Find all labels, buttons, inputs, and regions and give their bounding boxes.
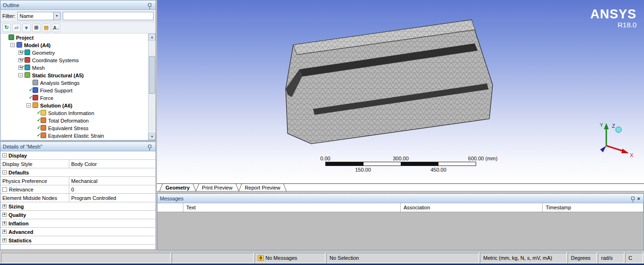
details-label-cell: +Quality <box>0 211 156 219</box>
scroll-up-icon[interactable]: ▲ <box>149 33 156 41</box>
tree-item-equivalent-elastic-strain[interactable]: ✓Equivalent Elastic Strain <box>0 132 148 139</box>
tree-item-solution-a6[interactable]: -Solution (A6) <box>0 101 148 109</box>
ruler-segment <box>401 162 438 166</box>
details-label-text: Display Style <box>2 161 33 167</box>
tree-item-model-a4[interactable]: -Model (A4) <box>0 41 148 49</box>
details-label-text: Statistics <box>8 238 32 243</box>
details-row-display-style[interactable]: Display StyleBody Color <box>0 160 156 168</box>
static-icon <box>25 72 30 78</box>
details-label-text: Physics Preference <box>2 178 47 184</box>
tree-item-total-deformation[interactable]: ✓Total Deformation <box>0 116 148 124</box>
meshed-body[interactable] <box>286 20 493 144</box>
checkmark-icon: ✓ <box>21 57 25 62</box>
pin-icon[interactable] <box>148 145 151 148</box>
details-label-cell: -Defaults <box>0 168 156 176</box>
mesh-icon: ✓ <box>25 65 30 70</box>
filter-name-dropdown[interactable]: Name ▼ <box>17 12 61 20</box>
orientation-triad[interactable]: Y Z X <box>593 116 636 159</box>
details-row-element-midside-nodes[interactable]: Element Midside NodesProgram Controlled <box>0 194 156 202</box>
filter-input[interactable] <box>63 12 154 20</box>
tree-item-analysis-settings[interactable]: Analysis Settings <box>0 79 148 86</box>
pin-icon[interactable] <box>631 197 635 200</box>
expand-all-icon[interactable]: ⊞ <box>32 24 41 32</box>
details-value-cell[interactable]: Body Color <box>69 160 156 168</box>
filter-tree-icon[interactable]: ▼ <box>22 24 31 32</box>
details-row-inflation[interactable]: +Inflation <box>0 219 156 228</box>
expand-icon[interactable]: + <box>2 221 7 225</box>
details-row-display[interactable]: -Display <box>0 151 156 160</box>
close-icon[interactable]: × <box>636 196 641 201</box>
messages-column-text[interactable]: Text <box>183 203 401 212</box>
collapse-icon[interactable]: - <box>18 73 23 77</box>
statusbar-messages: 0No Messages <box>255 253 325 263</box>
chevron-down-icon[interactable]: ▼ <box>53 12 60 20</box>
expand-icon[interactable]: + <box>2 238 7 242</box>
pin-icon[interactable] <box>148 3 151 7</box>
ansys-logo: ANSYS R18.0 <box>590 8 636 29</box>
x-axis-arrow <box>621 149 629 153</box>
details-label-cell: +Inflation <box>0 219 156 227</box>
graphics-viewport[interactable]: ANSYS R18.0 0.00300.00600.00 (mm)150.004… <box>157 0 644 183</box>
sort-az-icon[interactable]: A↓ <box>52 24 60 32</box>
expand-icon[interactable]: + <box>2 230 7 234</box>
tree-item-label: Equivalent Elastic Strain <box>48 132 104 139</box>
details-value-cell[interactable]: 0 <box>69 185 156 193</box>
tree-item-mesh[interactable]: +✓Mesh <box>0 64 148 71</box>
tree-item-fixed-support[interactable]: ✓Fixed Support <box>0 86 148 94</box>
collapse-icon[interactable]: - <box>2 170 7 174</box>
details-value-cell[interactable]: Mechanical <box>69 177 156 185</box>
expand-icon[interactable]: + <box>2 213 7 217</box>
tree-item-project[interactable]: Project <box>0 33 148 41</box>
collapse-icon[interactable]: - <box>2 153 7 157</box>
messages-column-timestamp[interactable]: Timestamp <box>543 203 644 212</box>
statusbar-text: Degrees <box>571 255 591 261</box>
messages-title: Messages <box>160 196 631 201</box>
details-label-text: Quality <box>8 212 26 218</box>
statusbar-angular-velocity-unit: rad/s <box>598 253 624 263</box>
tab-print-preview[interactable]: Print Preview <box>197 184 240 191</box>
expand-icon[interactable]: + <box>2 204 7 208</box>
scrollbar-thumb[interactable] <box>149 56 155 94</box>
refresh-tree-icon[interactable]: ↻ <box>2 24 11 32</box>
tree-item-geometry[interactable]: +✓Geometry <box>0 49 148 56</box>
z-axis-label: Z <box>612 123 615 129</box>
eraser-icon[interactable]: ▱ <box>12 24 21 32</box>
tree-item-equivalent-stress[interactable]: ✓Equivalent Stress <box>0 124 148 132</box>
details-row-relevance[interactable]: Relevance0 <box>0 185 156 194</box>
tree-item-coordinate-systems[interactable]: +✓Coordinate Systems <box>0 56 148 64</box>
statusbar-text: No Messages <box>265 255 297 261</box>
z-axis-ball <box>616 127 621 132</box>
tab-geometry[interactable]: Geometry <box>161 184 197 191</box>
details-row-statistics[interactable]: +Statistics <box>0 236 156 245</box>
tab-report-preview[interactable]: Report Preview <box>240 184 288 191</box>
statusbar-units: Metric (mm, kg, N, s, mV, mA) <box>480 253 567 263</box>
statusbar-text: rad/s <box>601 255 612 261</box>
details-row-defaults[interactable]: -Defaults <box>0 168 156 177</box>
details-row-sizing[interactable]: +Sizing <box>0 202 156 211</box>
messages-column-association[interactable]: Association <box>401 203 543 212</box>
outline-filter-row: Filter: Name ▼ <box>0 10 156 22</box>
details-row-physics-preference[interactable]: Physics PreferenceMechanical <box>0 177 156 185</box>
z-axis-arrow <box>600 146 606 152</box>
collapse-icon[interactable]: - <box>26 103 31 108</box>
tree-item-static-structural-a5[interactable]: -Static Structural (A5) <box>0 71 148 79</box>
details-row-advanced[interactable]: +Advanced <box>0 228 156 236</box>
checkmark-icon: ✓ <box>29 95 33 100</box>
collapse-icon[interactable]: - <box>10 43 15 47</box>
outline-scrollbar[interactable]: ▲ ▼ <box>148 33 156 140</box>
details-row-quality[interactable]: +Quality <box>0 211 156 219</box>
messages-body[interactable] <box>157 212 644 250</box>
details-value-cell[interactable]: Program Controlled <box>69 194 156 202</box>
support-icon: ✓ <box>33 87 38 93</box>
tree-item-solution-information[interactable]: ✓Solution Information <box>0 109 148 116</box>
x-axis-label: X <box>630 152 634 158</box>
tree-item-label: Static Structural (A5) <box>32 72 83 78</box>
details-title: Details of "Mesh" <box>3 144 148 149</box>
folder-icon[interactable]: ▤ <box>42 24 50 32</box>
tree-item-force[interactable]: ✓Force <box>0 94 148 101</box>
relevance-checkbox[interactable] <box>2 187 7 192</box>
solution-icon <box>33 102 38 108</box>
scroll-down-icon[interactable]: ▼ <box>149 133 156 140</box>
checkmark-icon: ✓ <box>21 65 25 70</box>
checkmark-icon: ✓ <box>21 50 25 55</box>
